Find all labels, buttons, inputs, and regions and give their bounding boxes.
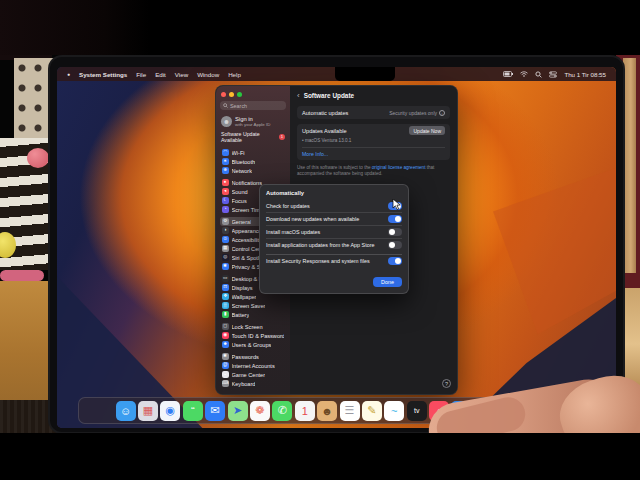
control-center-icon[interactable] (549, 71, 557, 78)
update-count-badge: 1 (279, 134, 285, 140)
search-icon (223, 103, 228, 108)
screen-time-icon: ◔ (222, 206, 229, 213)
users-groups-icon: ☻ (222, 341, 229, 348)
dock-contacts-icon[interactable]: ☻ (317, 401, 337, 421)
avatar: ☻ (221, 116, 232, 127)
zoom-button[interactable] (237, 92, 242, 97)
software-update-banner-label: Software Update Available (221, 131, 276, 143)
dock-reminders-icon[interactable]: ☰ (340, 401, 360, 421)
update-now-button[interactable]: Update Now (409, 126, 445, 135)
dock-safari-icon[interactable]: ◉ (160, 401, 180, 421)
menu-bar-clock[interactable]: Thu 1 Tir 08:55 (564, 71, 606, 78)
dock-mail-icon[interactable]: ✉ (205, 401, 225, 421)
battery-icon[interactable] (503, 71, 513, 77)
privacy-security-icon: ✱ (222, 263, 229, 270)
dialog-row-install-security-responses-and-system-files: Install Security Responses and system fi… (266, 254, 402, 267)
sound-icon: ◂ (222, 188, 229, 195)
page-title: Software Update (304, 92, 354, 99)
menu-window[interactable]: Window (197, 71, 219, 78)
done-button[interactable]: Done (373, 277, 402, 287)
sidebar-item-screen-saver[interactable]: ▒Screen Saver (220, 301, 286, 310)
license-note: Use of this software is subject to the o… (297, 165, 450, 177)
battery-icon: ▮ (222, 311, 229, 318)
updates-available-label: Updates Available (302, 128, 347, 134)
sidebar-item-label: Wallpaper (232, 294, 257, 300)
dock-calendar-icon[interactable]: 1 (295, 401, 315, 421)
info-icon[interactable]: i (439, 110, 445, 116)
dock-freeform-icon[interactable]: ~ (384, 401, 404, 421)
search-input[interactable]: Search (220, 101, 286, 110)
wifi-icon[interactable] (520, 71, 528, 77)
search-icon[interactable] (535, 71, 542, 78)
wi-fi-icon: ◠ (222, 149, 229, 156)
displays-icon: ⊡ (222, 284, 229, 291)
apple-menu-icon[interactable]: ● (67, 71, 70, 77)
back-chevron-icon[interactable]: ‹ (297, 91, 300, 101)
sidebar-item-touch-id-password[interactable]: ◉Touch ID & Password (220, 331, 286, 340)
sidebar-item-label: Keyboard (232, 381, 256, 387)
mouse-cursor (392, 197, 402, 215)
dialog-row-install-macos-updates: Install macOS updates (266, 225, 402, 238)
more-info-link[interactable]: More Info... (302, 148, 445, 160)
sidebar-item-label: Internet Accounts (232, 363, 275, 369)
menu-edit[interactable]: Edit (155, 71, 166, 78)
sidebar-item-label: Passwords (232, 354, 259, 360)
dialog-row-label: Download new updates when available (266, 216, 359, 222)
sidebar-item-label: Users & Groups (232, 342, 272, 348)
menu-view[interactable]: View (175, 71, 188, 78)
dock-photos-icon[interactable]: ❁ (250, 401, 270, 421)
toggle-download-new-updates-when-available[interactable] (388, 215, 402, 223)
menu-file[interactable]: File (136, 71, 146, 78)
toggle-install-security-responses-and-system-files[interactable] (388, 257, 402, 265)
focus-icon: ☾ (222, 197, 229, 204)
app-menu-title[interactable]: System Settings (79, 71, 127, 78)
automatic-updates-row[interactable]: Automatic updates Security updates only … (302, 106, 445, 119)
dock-notes-icon[interactable]: ✎ (362, 401, 382, 421)
dock-facetime-icon[interactable]: ✆ (272, 401, 292, 421)
help-button[interactable]: ? (442, 379, 451, 388)
sidebar-item-keyboard[interactable]: ⌨Keyboard (220, 379, 286, 388)
dock-tv-icon[interactable]: tv (407, 401, 427, 421)
minimize-button[interactable] (229, 92, 234, 97)
automatic-updates-value: Security updates only (389, 110, 437, 116)
dock-messages-icon[interactable]: “ (183, 401, 203, 421)
sidebar-item-lock-screen[interactable]: ◻Lock Screen (220, 322, 286, 331)
software-update-banner[interactable]: Software Update Available 1 (221, 131, 285, 143)
sidebar-item-label: Notifications (232, 180, 262, 186)
dialog-row-label: Install macOS updates (266, 229, 320, 235)
dialog-row-check-for-updates: Check for updates (266, 199, 402, 212)
accessibility-icon: ⊙ (222, 236, 229, 243)
sidebar-item-bluetooth[interactable]: ∗Bluetooth (220, 157, 286, 166)
menu-help[interactable]: Help (228, 71, 241, 78)
automatic-updates-label: Automatic updates (302, 110, 348, 116)
dialog-row-install-application-updates-from-the-app-store: Install application updates from the App… (266, 238, 402, 251)
sidebar-item-label: Displays (232, 285, 253, 291)
update-detail: • macOS Ventura 13.0.1 (302, 137, 445, 147)
sidebar-item-battery[interactable]: ▮Battery (220, 310, 286, 319)
dock-launchpad-icon[interactable]: ▦ (138, 401, 158, 421)
system-settings-window: Search ☻ Sign in with your Apple ID Soft… (215, 85, 458, 395)
sidebar-item-passwords[interactable]: ✱Passwords (220, 352, 286, 361)
toggle-install-macos-updates[interactable] (388, 228, 402, 236)
sidebar-item-label: General (232, 219, 252, 225)
sidebar-item-wi-fi[interactable]: ◠Wi-Fi (220, 148, 286, 157)
camera-notch (335, 67, 395, 81)
sidebar-item-game-center[interactable]: ◒Game Center (220, 370, 286, 379)
updates-available-row: Updates Available Update Now (302, 124, 445, 137)
internet-accounts-icon: @ (222, 362, 229, 369)
siri-spotlight-icon: ◎ (222, 254, 229, 261)
dialog-row-download-new-updates-when-available: Download new updates when available (266, 212, 402, 225)
window-controls (220, 91, 286, 101)
sidebar-item-users-groups[interactable]: ☻Users & Groups (220, 340, 286, 349)
sidebar-item-label: Bluetooth (232, 159, 256, 165)
toggle-install-application-updates-from-the-app-store[interactable] (388, 241, 402, 249)
sidebar-item-internet-accounts[interactable]: @Internet Accounts (220, 361, 286, 370)
close-button[interactable] (221, 92, 226, 97)
sign-in-row[interactable]: ☻ Sign in with your Apple ID (221, 116, 285, 127)
dock-finder-icon[interactable]: ☺ (116, 401, 136, 421)
sidebar-item-network[interactable]: ⊕Network (220, 166, 286, 175)
license-agreement-link[interactable]: original license agreement (372, 165, 426, 170)
sidebar-item-label: Appearance (232, 228, 262, 234)
dock-maps-icon[interactable]: ➤ (228, 401, 248, 421)
sidebar-item-label: Touch ID & Password (232, 333, 285, 339)
